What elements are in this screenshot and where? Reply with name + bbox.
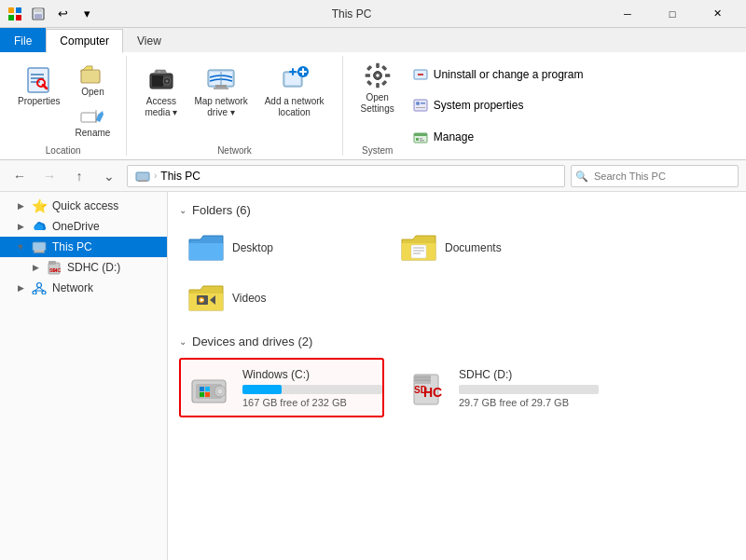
sidebar-item-quick-access[interactable]: ▶ ⭐ Quick access (0, 196, 167, 216)
svg-rect-12 (81, 70, 100, 83)
folders-section-header: ⌄ Folders (6) (179, 203, 735, 217)
sidebar-item-network[interactable]: ▶ Network (0, 278, 167, 298)
windows-drive-info: Windows (C:) 167 GB free of 232 GB (242, 368, 382, 408)
qat-save[interactable] (28, 4, 48, 24)
folder-desktop[interactable]: Desktop (179, 226, 384, 269)
quick-access-expand[interactable]: ▶ (15, 200, 26, 212)
svg-point-18 (165, 80, 168, 83)
uninstall-icon (413, 67, 428, 82)
search-input[interactable] (571, 165, 739, 187)
rename-button[interactable]: Rename (71, 104, 116, 142)
maximize-button[interactable]: □ (651, 0, 694, 28)
drives-chevron[interactable]: ⌄ (179, 336, 186, 347)
svg-rect-3 (16, 15, 21, 20)
windows-drive-name: Windows (C:) (242, 368, 382, 381)
drive-windows-c[interactable]: Windows (C:) 167 GB free of 232 GB (179, 358, 384, 417)
ribbon-tabs: File Computer View (0, 28, 746, 52)
forward-button[interactable]: → (37, 164, 62, 188)
svg-point-33 (376, 74, 380, 77)
sdhc-drive-progress-bar (459, 385, 599, 394)
svg-rect-1 (16, 7, 21, 13)
open-button[interactable]: Open (71, 60, 116, 101)
access-media-label: Accessmedia ▾ (145, 96, 177, 118)
map-drive-label: Map networkdrive ▾ (194, 96, 247, 118)
this-pc-expand[interactable]: ▼ (15, 241, 26, 253)
svg-point-45 (416, 102, 420, 105)
title-bar-left: ↩ ▾ (7, 4, 97, 24)
access-media-button[interactable]: Accessmedia ▾ (138, 60, 184, 123)
minimize-button[interactable]: ─ (606, 0, 649, 28)
svg-rect-16 (152, 75, 163, 87)
map-drive-button[interactable]: Map networkdrive ▾ (187, 60, 254, 123)
svg-rect-0 (8, 7, 14, 13)
folders-chevron[interactable]: ⌄ (179, 205, 186, 215)
onedrive-expand[interactable]: ▶ (15, 221, 26, 232)
qat-customize[interactable]: ▾ (76, 4, 97, 24)
svg-text:HC: HC (423, 385, 442, 400)
back-button[interactable]: ← (7, 164, 32, 188)
svg-rect-58 (34, 252, 45, 253)
svg-rect-50 (416, 138, 419, 141)
sdhc-drive-icon: SD HC (405, 367, 449, 408)
qat-undo[interactable]: ↩ (52, 4, 73, 24)
svg-rect-55 (138, 181, 147, 182)
folder-documents[interactable]: Documents (392, 226, 597, 269)
system-properties-label: System properties (434, 99, 524, 112)
ribbon-group-network-items: Accessmedia ▾ Map networkdrive ▾ (138, 56, 330, 142)
folder-videos[interactable]: Videos (179, 277, 384, 320)
quick-access-icon: ⭐ (32, 198, 47, 213)
svg-rect-56 (33, 242, 46, 251)
system-properties-icon (413, 98, 428, 113)
manage-icon (413, 130, 428, 144)
svg-rect-37 (385, 74, 390, 77)
svg-rect-36 (365, 74, 369, 77)
svg-rect-69 (411, 245, 426, 258)
windows-drive-icon (188, 367, 233, 408)
drive-sdhc-d[interactable]: SD HC SDHC (D:) 29.7 GB free of 29.7 GB (395, 358, 601, 417)
ribbon-group-system: OpenSettings System Uninstall or change … (343, 56, 607, 156)
add-location-button[interactable]: Add a networklocation (258, 60, 331, 123)
sidebar-item-onedrive[interactable]: ▶ OneDrive (0, 216, 167, 237)
network-icon (32, 280, 47, 295)
address-path[interactable]: › This PC (127, 165, 565, 187)
close-button[interactable]: ✕ (696, 0, 739, 28)
main-layout: ▶ ⭐ Quick access ▶ OneDrive ▼ (0, 192, 746, 560)
svg-rect-82 (205, 387, 210, 391)
content-area: ⌄ Folders (6) Desktop (168, 192, 746, 560)
drives-section-label: Devices and drives (2) (192, 335, 312, 348)
tab-computer[interactable]: Computer (46, 29, 123, 53)
documents-folder-label: Documents (445, 241, 502, 254)
sidebar-item-this-pc[interactable]: ▼ This PC (0, 237, 167, 257)
open-settings-button[interactable]: OpenSettings (354, 56, 401, 119)
svg-rect-47 (416, 107, 425, 108)
system-properties-button[interactable]: System properties (408, 95, 588, 116)
svg-rect-8 (31, 74, 44, 75)
recent-button[interactable]: ⌄ (97, 164, 121, 188)
svg-rect-38 (366, 65, 372, 71)
manage-button[interactable]: Manage (408, 127, 588, 147)
svg-rect-83 (200, 392, 204, 397)
svg-rect-40 (381, 65, 387, 71)
folders-section-label: Folders (6) (192, 203, 251, 217)
search-wrap (571, 165, 739, 187)
sidebar-item-sdhc[interactable]: ▶ SD HC SDHC (D:) (0, 257, 167, 278)
tab-file[interactable]: File (0, 28, 46, 52)
documents-folder-icon (400, 231, 437, 265)
svg-rect-49 (414, 133, 427, 136)
open-label: Open (81, 87, 104, 98)
desktop-folder-label: Desktop (232, 241, 273, 254)
desktop-folder-icon (187, 231, 225, 265)
address-bar: ← → ↑ ⌄ › This PC (0, 160, 746, 192)
drives-section: ⌄ Devices and drives (2) (179, 335, 735, 417)
app-icon (7, 7, 22, 21)
uninstall-button[interactable]: Uninstall or change a program (408, 64, 588, 85)
svg-point-64 (33, 291, 36, 294)
quick-access-label: Quick access (52, 199, 118, 212)
tab-view[interactable]: View (123, 28, 175, 52)
properties-button[interactable]: Properties (11, 60, 67, 112)
sdhc-expand[interactable]: ▶ (30, 262, 41, 273)
sdhc-icon: SD HC (47, 260, 62, 275)
window-controls: ─ □ ✕ (606, 0, 739, 28)
up-button[interactable]: ↑ (67, 164, 91, 188)
network-expand[interactable]: ▶ (15, 282, 26, 294)
